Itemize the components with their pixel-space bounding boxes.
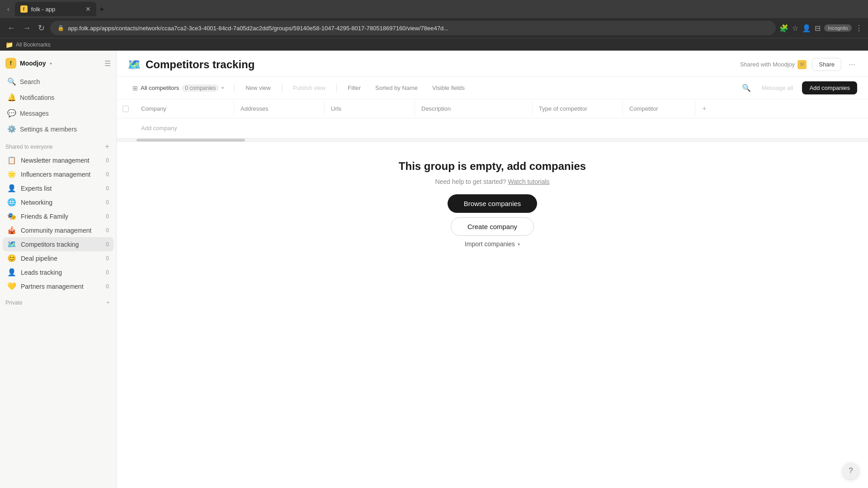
workspace-name: Moodjoy bbox=[20, 60, 46, 67]
nav-bar: ← → ↻ 🔒 app.folk.app/apps/contacts/netwo… bbox=[0, 18, 868, 38]
empty-state-subtitle: Need help to get started? Watch tutorial… bbox=[435, 178, 549, 185]
partners-emoji: 💛 bbox=[7, 282, 16, 291]
sidebar-menu-btn[interactable]: ☰ bbox=[104, 59, 111, 68]
tab-favicon: f bbox=[20, 5, 28, 13]
browser-chrome: ‹ f folk - app ✕ ＋ ← → ↻ 🔒 app.folk.app/… bbox=[0, 0, 868, 51]
main-header: 🗺️ Competitors tracking Shared with Mood… bbox=[117, 51, 868, 77]
view-chevron-icon: ▾ bbox=[222, 85, 224, 90]
networking-emoji: 🌐 bbox=[7, 198, 16, 206]
shared-label: Shared with Moodjoy bbox=[740, 61, 795, 68]
browse-companies-btn[interactable]: Browse companies bbox=[448, 194, 538, 213]
sidebar-nav: 🔍 Search 🔔 Notifications 💬 Messages ⚙️ S… bbox=[0, 74, 116, 136]
sidebar-search-label: Search bbox=[20, 78, 40, 85]
sidebar-messages-label: Messages bbox=[20, 110, 49, 117]
table-view-icon: ⊞ bbox=[132, 84, 138, 92]
filter-btn[interactable]: Filter bbox=[342, 82, 366, 94]
browser-tab-active[interactable]: f folk - app ✕ bbox=[15, 2, 96, 16]
sidebar-icon[interactable]: ⊟ bbox=[815, 24, 821, 33]
view-selector[interactable]: ⊞ All competitors 0 companies ▾ bbox=[127, 82, 229, 94]
newsletter-emoji: 📋 bbox=[7, 156, 16, 164]
experts-emoji: 👤 bbox=[7, 184, 16, 192]
leads-count: 0 bbox=[106, 269, 109, 276]
sidebar-item-newsletter[interactable]: 📋 Newsletter management 0 bbox=[3, 153, 113, 167]
leads-label: Leads tracking bbox=[21, 269, 62, 276]
shared-section-label: Shared to everyone ＋ bbox=[0, 136, 116, 153]
sidebar-item-experts[interactable]: 👤 Experts list 0 bbox=[3, 181, 113, 195]
sidebar-item-friends[interactable]: 🎭 Friends & Family 0 bbox=[3, 209, 113, 223]
sidebar-item-networking[interactable]: 🌐 Networking 0 bbox=[3, 195, 113, 209]
search-icon: 🔍 bbox=[7, 77, 15, 86]
column-header-addresses: Addresses bbox=[234, 101, 325, 117]
influencers-label: Influencers management bbox=[21, 171, 90, 178]
share-button[interactable]: Share bbox=[812, 58, 841, 71]
table-select-all-col bbox=[117, 101, 135, 117]
shared-info: Shared with Moodjoy M bbox=[740, 60, 807, 69]
new-view-btn[interactable]: New view bbox=[240, 82, 276, 94]
extensions-icon[interactable]: 🧩 bbox=[779, 24, 788, 33]
competitors-count: 0 bbox=[106, 241, 109, 248]
sidebar-groups-list: 📋 Newsletter management 0 🌟 Influencers … bbox=[0, 153, 116, 293]
deal-emoji: 😊 bbox=[7, 254, 16, 263]
sort-btn[interactable]: Sorted by Name bbox=[370, 82, 423, 94]
sidebar-item-messages[interactable]: 💬 Messages bbox=[3, 106, 113, 121]
watch-tutorials-link[interactable]: Watch tutorials bbox=[508, 178, 550, 185]
add-companies-btn[interactable]: Add companies bbox=[802, 81, 857, 94]
sidebar-item-settings[interactable]: ⚙️ Settings & members bbox=[3, 122, 113, 136]
scroll-thumb[interactable] bbox=[137, 139, 245, 141]
experts-label: Experts list bbox=[21, 185, 52, 192]
competitors-label: Competitors tracking bbox=[21, 241, 79, 248]
help-button[interactable]: ? bbox=[843, 463, 859, 479]
add-column-btn[interactable]: ＋ bbox=[695, 99, 713, 118]
sidebar-item-influencers[interactable]: 🌟 Influencers management 0 bbox=[3, 167, 113, 181]
nav-actions: 🧩 ☆ 👤 ⊟ Incognito ⋮ bbox=[779, 24, 863, 33]
back-btn[interactable]: ← bbox=[5, 22, 17, 35]
address-bar[interactable]: 🔒 app.folk.app/apps/contacts/network/cca… bbox=[50, 21, 776, 35]
new-tab-btn[interactable]: ＋ bbox=[98, 5, 105, 14]
more-icon[interactable]: ⋮ bbox=[855, 24, 863, 33]
sidebar-item-partners[interactable]: 💛 Partners management 0 bbox=[3, 279, 113, 293]
add-company-row-btn[interactable]: Add company bbox=[135, 122, 184, 134]
sidebar-item-community[interactable]: 🎪 Community management 0 bbox=[3, 223, 113, 237]
horizontal-scrollbar[interactable] bbox=[117, 138, 868, 142]
toolbar-search-btn[interactable]: 🔍 bbox=[740, 82, 753, 94]
sidebar-item-search[interactable]: 🔍 Search bbox=[3, 74, 113, 89]
settings-icon: ⚙️ bbox=[7, 125, 15, 133]
sidebar-item-deal[interactable]: 😊 Deal pipeline 0 bbox=[3, 251, 113, 265]
profile-icon[interactable]: 👤 bbox=[802, 24, 811, 33]
import-chevron-icon: ▾ bbox=[518, 242, 520, 247]
header-more-btn[interactable]: ··· bbox=[847, 58, 857, 71]
private-section-label: Private ＋ bbox=[0, 293, 116, 308]
column-header-type: Type of competitor bbox=[533, 101, 623, 117]
import-companies-btn[interactable]: Import companies ▾ bbox=[465, 240, 520, 248]
tab-arrow-left[interactable]: ‹ bbox=[4, 4, 13, 14]
select-all-checkbox[interactable] bbox=[123, 106, 129, 112]
tab-bar: ‹ f folk - app ✕ ＋ bbox=[0, 0, 868, 18]
reload-btn[interactable]: ↻ bbox=[36, 21, 47, 35]
add-shared-group-btn[interactable]: ＋ bbox=[104, 142, 111, 151]
bookmark-icon[interactable]: ☆ bbox=[792, 24, 798, 33]
publish-view-btn[interactable]: Publish view bbox=[288, 82, 331, 94]
add-private-group-btn[interactable]: ＋ bbox=[105, 299, 111, 306]
incognito-badge: Incognito bbox=[824, 24, 852, 32]
newsletter-count: 0 bbox=[106, 157, 109, 164]
message-all-btn[interactable]: Message all bbox=[756, 82, 798, 94]
sidebar-item-notifications[interactable]: 🔔 Notifications bbox=[3, 90, 113, 105]
workspace-selector[interactable]: f Moodjoy ▾ bbox=[5, 58, 52, 69]
column-header-urls: Urls bbox=[325, 101, 415, 117]
sidebar-item-leads[interactable]: 👤 Leads tracking 0 bbox=[3, 265, 113, 279]
create-company-btn[interactable]: Create company bbox=[451, 217, 534, 236]
competitors-emoji: 🗺️ bbox=[7, 240, 16, 249]
forward-btn[interactable]: → bbox=[21, 22, 33, 35]
tab-close-btn[interactable]: ✕ bbox=[85, 5, 91, 13]
community-emoji: 🎪 bbox=[7, 226, 16, 235]
sidebar-item-competitors[interactable]: 🗺️ Competitors tracking 0 bbox=[3, 237, 113, 251]
view-count-badge: 0 companies bbox=[182, 84, 219, 92]
app-container: f Moodjoy ▾ ☰ 🔍 Search 🔔 Notifications 💬… bbox=[0, 51, 868, 488]
column-header-competitor: Competitor bbox=[623, 101, 695, 117]
main-content: 🗺️ Competitors tracking Shared with Mood… bbox=[117, 51, 868, 488]
sidebar-settings-label: Settings & members bbox=[20, 126, 77, 133]
visible-fields-btn[interactable]: Visible fields bbox=[427, 82, 470, 94]
newsletter-label: Newsletter management bbox=[21, 157, 90, 164]
toolbar: ⊞ All competitors 0 companies ▾ New view… bbox=[117, 77, 868, 99]
workspace-chevron-icon: ▾ bbox=[50, 61, 52, 66]
